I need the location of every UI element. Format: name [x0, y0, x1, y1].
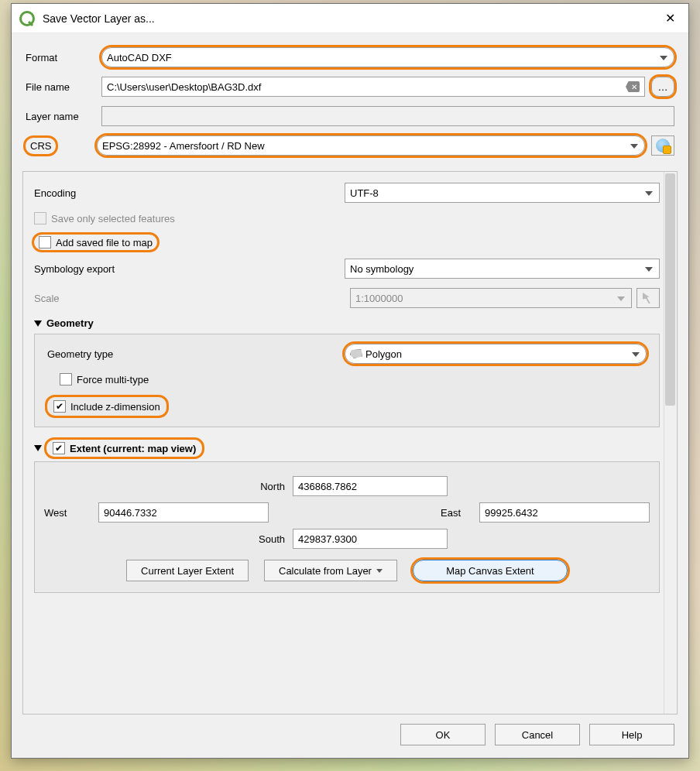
chevron-down-icon — [645, 191, 653, 196]
file-name-value: C:\Users\user\Desktop\BAG3D.dxf — [107, 81, 261, 93]
scale-label: Scale — [34, 293, 344, 304]
pointer-icon — [643, 293, 654, 303]
north-label: North — [246, 481, 285, 492]
qgis-icon — [19, 11, 35, 26]
geometry-type-select[interactable]: Polygon — [345, 344, 647, 364]
help-button[interactable]: Help — [589, 724, 674, 745]
ellipsis-icon: … — [658, 81, 668, 93]
chevron-down-icon — [632, 352, 640, 357]
chevron-down-icon — [376, 569, 383, 573]
options-panel: Encoding UTF-8 Save only selected featur… — [22, 171, 678, 714]
layer-name-label: Layer name — [26, 111, 95, 122]
south-label: South — [246, 533, 285, 545]
format-select[interactable]: AutoCAD DXF — [101, 47, 674, 67]
globe-icon — [656, 139, 670, 152]
file-name-input[interactable]: C:\Users\user\Desktop\BAG3D.dxf ✕ — [101, 77, 645, 97]
cancel-button[interactable]: Cancel — [495, 724, 580, 745]
polygon-icon — [350, 349, 362, 358]
dialog-buttons: OK Cancel Help — [12, 714, 688, 758]
checkbox-checked-icon: ✔ — [53, 400, 66, 413]
crs-select[interactable]: EPSG:28992 - Amersfoort / RD New — [97, 135, 645, 156]
symbology-select[interactable]: No symbology — [345, 259, 660, 279]
geometry-title: Geometry — [46, 317, 94, 329]
force-multi-label: Force multi-type — [77, 374, 149, 386]
geometry-group: Geometry type Polygon Force multi-type ✔… — [34, 334, 660, 427]
scrollbar-thumb[interactable] — [665, 173, 675, 406]
scale-input: 1:1000000 — [350, 288, 632, 308]
chevron-down-icon — [617, 296, 625, 301]
top-form: Format AutoCAD DXF File name C:\Users\us… — [12, 33, 688, 168]
scale-pick-button — [637, 288, 660, 308]
geometry-type-label: Geometry type — [47, 348, 338, 360]
crs-label: CRS — [26, 138, 56, 154]
encoding-value: UTF-8 — [350, 187, 379, 199]
west-input[interactable] — [98, 502, 269, 523]
east-input[interactable] — [479, 502, 650, 523]
extent-title: Extent (current: map view) — [70, 443, 196, 454]
include-z-checkbox[interactable]: ✔ Include z-dimension — [47, 397, 166, 416]
collapse-triangle-icon — [34, 320, 42, 327]
north-input[interactable] — [293, 476, 448, 496]
checkbox-unchecked-icon — [60, 373, 72, 386]
extent-group: North West East South Current Laye — [34, 461, 660, 593]
chevron-down-icon — [645, 267, 653, 272]
geometry-type-value: Polygon — [365, 348, 402, 360]
window-title: Save Vector Layer as... — [43, 12, 654, 25]
add-to-map-label: Add saved file to map — [56, 237, 153, 248]
scrollbar[interactable] — [664, 172, 677, 714]
format-value: AutoCAD DXF — [107, 52, 172, 63]
symbology-value: No symbology — [350, 263, 413, 275]
include-z-label: Include z-dimension — [70, 401, 160, 413]
ok-button[interactable]: OK — [400, 724, 486, 745]
save-vector-dialog: Save Vector Layer as... ✕ Format AutoCAD… — [11, 3, 689, 759]
checkbox-checked-icon[interactable]: ✔ — [53, 442, 65, 454]
crs-value: EPSG:28992 - Amersfoort / RD New — [102, 140, 265, 152]
close-icon[interactable]: ✕ — [654, 4, 685, 33]
layer-name-input — [101, 106, 674, 126]
geometry-header[interactable]: Geometry — [34, 317, 660, 329]
calculate-from-layer-button[interactable]: Calculate from Layer — [264, 560, 397, 581]
crs-picker-button[interactable] — [651, 135, 674, 156]
encoding-select[interactable]: UTF-8 — [345, 183, 660, 203]
symbology-label: Symbology export — [34, 263, 338, 275]
chevron-down-icon — [660, 56, 667, 60]
save-selected-checkbox: Save only selected features — [34, 212, 175, 224]
checkbox-unchecked-icon — [39, 236, 51, 248]
titlebar: Save Vector Layer as... ✕ — [12, 4, 688, 33]
chevron-down-icon — [630, 144, 638, 149]
map-canvas-extent-button[interactable]: Map Canvas Extent — [413, 560, 568, 581]
west-label: West — [44, 507, 91, 519]
file-name-label: File name — [26, 81, 95, 93]
browse-button[interactable]: … — [651, 77, 674, 97]
format-label: Format — [26, 52, 95, 63]
checkbox-unchecked-icon — [34, 212, 46, 224]
save-selected-label: Save only selected features — [51, 213, 175, 224]
scale-value: 1:1000000 — [355, 293, 403, 304]
east-label: East — [441, 507, 472, 519]
current-layer-extent-button[interactable]: Current Layer Extent — [126, 560, 249, 581]
extent-header[interactable]: ✔ Extent (current: map view) — [34, 440, 660, 457]
encoding-label: Encoding — [34, 187, 338, 199]
clear-icon[interactable]: ✕ — [626, 81, 640, 92]
south-input[interactable] — [293, 529, 448, 549]
collapse-triangle-icon — [34, 445, 42, 451]
force-multi-checkbox[interactable]: Force multi-type — [60, 373, 149, 386]
add-to-map-checkbox[interactable]: Add saved file to map — [34, 235, 157, 250]
